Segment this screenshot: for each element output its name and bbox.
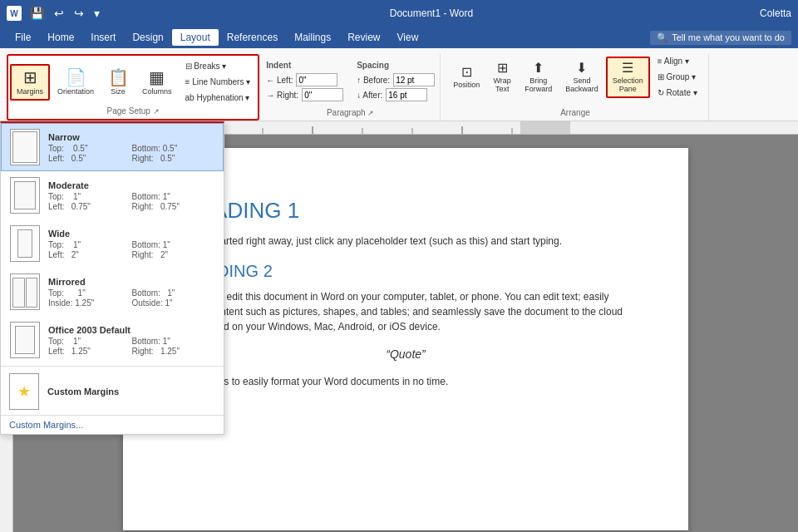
position-icon: ⊡: [461, 66, 472, 79]
margin-info-narrow: Narrow Top: 0.5"Bottom: 0.5" Left: 0.5"R…: [48, 132, 214, 163]
dropdown-footer: Custom Margins...: [1, 415, 224, 434]
spacing-before-input[interactable]: [393, 73, 435, 86]
group-button[interactable]: ⊞ Group ▾: [652, 70, 703, 84]
document-para2[interactable]: Use styles to easily format your Word do…: [183, 374, 628, 389]
indent-left-input[interactable]: [296, 73, 337, 86]
arrange-tools: ⊡ Position ⊞ WrapText ⬆ BringForward ⬇ S…: [447, 54, 703, 108]
customize-quick-access-button[interactable]: ▾: [91, 5, 103, 22]
ribbon: ⊞ Margins 📄 Orientation 📋 Size ▦ Columns…: [0, 48, 798, 121]
margins-icon: ⊞: [23, 69, 37, 86]
breaks-button[interactable]: ⊟ Breaks ▾: [180, 59, 257, 73]
search-box[interactable]: 🔍 Tell me what you want to do: [650, 31, 791, 45]
line-numbers-button[interactable]: ≡ Line Numbers ▾: [180, 75, 257, 89]
menu-insert[interactable]: Insert: [82, 29, 124, 46]
bring-forward-icon: ⬆: [533, 62, 544, 75]
ribbon-group-arrange: ⊡ Position ⊞ WrapText ⬆ BringForward ⬇ S…: [442, 54, 709, 121]
custom-icon: ★: [9, 373, 39, 410]
rotate-button[interactable]: ↻ Rotate ▾: [652, 86, 703, 100]
indent-spacing-tools: Indent ← Left: → Right: Spacing ↑ Before…: [266, 54, 435, 108]
menu-mailings[interactable]: Mailings: [286, 29, 339, 46]
redo-button[interactable]: ↪: [71, 5, 87, 22]
columns-icon: ▦: [149, 69, 165, 86]
margins-dropdown-scroll: Narrow Top: 0.5"Bottom: 0.5" Left: 0.5"R…: [1, 123, 224, 415]
margin-option-narrow[interactable]: Narrow Top: 0.5"Bottom: 0.5" Left: 0.5"R…: [1, 123, 224, 171]
document-heading1: HEADING 1: [183, 198, 628, 224]
margins-label: Margins: [17, 87, 43, 96]
menu-home[interactable]: Home: [39, 29, 82, 46]
document-intro[interactable]: To get started right away, just click an…: [183, 234, 628, 249]
menu-design[interactable]: Design: [124, 29, 171, 46]
spacing-after-label: ↓ After:: [357, 91, 382, 100]
margin-name-mirrored: Mirrored: [48, 277, 214, 287]
columns-button[interactable]: ▦ Columns: [136, 65, 178, 100]
bring-forward-label: BringForward: [525, 76, 552, 93]
columns-label: Columns: [142, 87, 172, 96]
margin-name-narrow: Narrow: [48, 132, 214, 142]
spacing-after-input[interactable]: [386, 88, 427, 101]
size-label: Size: [111, 87, 126, 96]
margin-vals-wide: Top: 1"Bottom: 1" Left: 2"Right: 2": [48, 240, 214, 259]
orientation-label: Orientation: [57, 87, 94, 96]
search-icon: 🔍: [657, 32, 668, 43]
margin-name-office2003: Office 2003 Default: [48, 325, 214, 335]
window-title: Document1 - Word: [103, 7, 760, 19]
margin-option-mirrored[interactable]: Mirrored Top: 1"Bottom: 1" Inside: 1.25"…: [1, 268, 224, 316]
bring-forward-button[interactable]: ⬆ BringForward: [519, 57, 558, 97]
margin-info-office2003: Office 2003 Default Top: 1"Bottom: 1" Le…: [48, 325, 214, 356]
spacing-col: Spacing ↑ Before: ↓ After:: [357, 61, 435, 101]
send-backward-button[interactable]: ⬇ SendBackward: [559, 57, 604, 97]
indent-left-label: ← Left:: [266, 76, 293, 85]
margin-info-wide: Wide Top: 1"Bottom: 1" Left: 2"Right: 2": [48, 229, 214, 259]
margin-name-wide: Wide: [48, 229, 214, 239]
indent-right-row: → Right:: [266, 88, 343, 101]
position-label: Position: [453, 81, 480, 89]
indent-right-input[interactable]: [302, 88, 343, 101]
margin-option-wide[interactable]: Wide Top: 1"Bottom: 1" Left: 2"Right: 2": [1, 219, 224, 268]
paragraph-group-label: Paragraph ↗: [327, 108, 374, 119]
margin-option-moderate[interactable]: Moderate Top: 1"Bottom: 1" Left: 0.75"Ri…: [1, 171, 224, 219]
position-button[interactable]: ⊡ Position: [447, 62, 485, 93]
hyphenation-button[interactable]: ab Hyphenation ▾: [180, 91, 257, 105]
save-button[interactable]: 💾: [27, 5, 47, 22]
menu-review[interactable]: Review: [339, 29, 388, 46]
wrap-text-button[interactable]: ⊞ WrapText: [487, 57, 517, 97]
send-backward-label: SendBackward: [565, 76, 598, 93]
document-quote[interactable]: “Quote”: [183, 347, 628, 361]
margin-vals-office2003: Top: 1"Bottom: 1" Left: 1.25"Right: 1.25…: [48, 337, 214, 356]
menu-file[interactable]: File: [7, 29, 39, 46]
document-para1[interactable]: View and edit this document in Word on y…: [183, 289, 628, 334]
custom-margins-option[interactable]: ★ Custom Margins: [1, 368, 224, 415]
dropdown-divider: [1, 366, 224, 367]
ribbon-group-page-setup: ⊞ Margins 📄 Orientation 📋 Size ▦ Columns…: [7, 54, 259, 121]
quick-access-toolbar: 💾 ↩ ↪ ▾: [27, 5, 103, 22]
undo-button[interactable]: ↩: [51, 5, 67, 22]
search-placeholder: Tell me what you want to do: [672, 32, 785, 42]
spacing-before-row: ↑ Before:: [357, 73, 435, 86]
custom-margins-link[interactable]: Custom Margins...: [9, 420, 83, 430]
margin-option-office2003[interactable]: Office 2003 Default Top: 1"Bottom: 1" Le…: [1, 316, 224, 364]
orientation-button[interactable]: 📄 Orientation: [52, 65, 100, 100]
custom-option-label: Custom Margins: [47, 387, 215, 397]
menu-references[interactable]: References: [219, 29, 286, 46]
margin-preview-narrow: [10, 129, 40, 165]
selection-pane-icon: ☰: [622, 62, 633, 75]
spacing-before-label: ↑ Before:: [357, 76, 390, 85]
star-icon: ★: [17, 382, 31, 401]
page-setup-group-label: Page Setup ↗: [107, 106, 160, 117]
spacing-after-row: ↓ After:: [357, 88, 435, 101]
margin-info-moderate: Moderate Top: 1"Bottom: 1" Left: 0.75"Ri…: [48, 180, 214, 211]
indent-left-row: ← Left:: [266, 73, 343, 86]
menu-view[interactable]: View: [389, 29, 427, 46]
margins-button[interactable]: ⊞ Margins: [10, 64, 50, 101]
margin-name-moderate: Moderate: [48, 180, 214, 190]
size-button[interactable]: 📋 Size: [101, 65, 135, 100]
indent-right-label: → Right:: [266, 91, 298, 100]
margin-vals-moderate: Top: 1"Bottom: 1" Left: 0.75"Right: 0.75…: [48, 192, 214, 211]
margin-vals-mirrored: Top: 1"Bottom: 1" Inside: 1.25"Outside: …: [48, 288, 214, 308]
margin-preview-office2003: [10, 322, 40, 358]
selection-pane-label: SelectionPane: [613, 76, 643, 93]
align-button[interactable]: ≡ Align ▾: [652, 54, 703, 68]
selection-pane-button[interactable]: ☰ SelectionPane: [606, 57, 650, 98]
spacing-title: Spacing: [357, 61, 435, 70]
menu-layout[interactable]: Layout: [172, 29, 219, 46]
